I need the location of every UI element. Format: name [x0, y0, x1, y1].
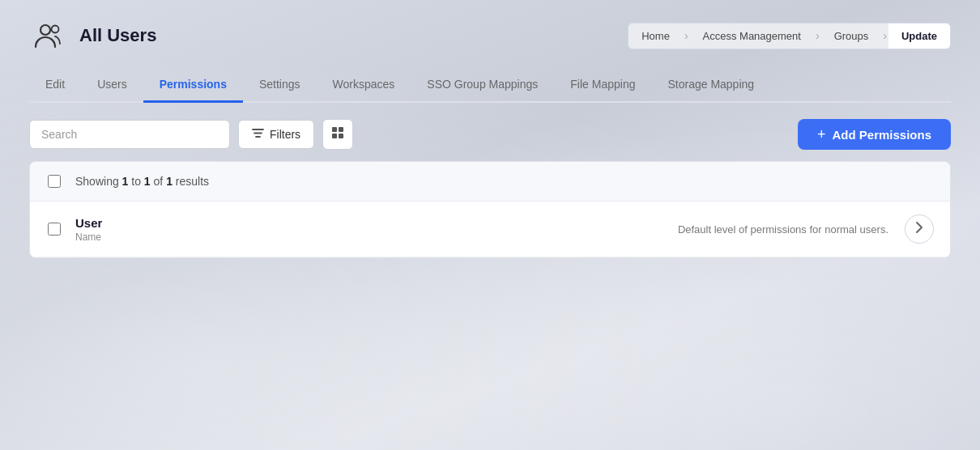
- svg-rect-8: [339, 134, 343, 138]
- row-name: User: [75, 216, 347, 230]
- svg-point-1: [52, 26, 59, 33]
- grid-icon: [331, 126, 344, 142]
- add-permissions-button[interactable]: + Add Permissions: [798, 119, 951, 150]
- grid-view-button[interactable]: [322, 119, 353, 150]
- filters-button[interactable]: Filters: [238, 120, 314, 149]
- tab-settings[interactable]: Settings: [243, 68, 317, 103]
- row-checkbox[interactable]: [48, 223, 61, 236]
- breadcrumb-sep-2: ›: [814, 29, 821, 42]
- add-permissions-label: Add Permissions: [832, 128, 931, 142]
- search-input-wrap: [29, 120, 230, 149]
- svg-rect-6: [339, 127, 343, 132]
- svg-rect-5: [332, 127, 337, 132]
- tabs-bar: Edit Users Permissions Settings Workspac…: [29, 68, 951, 103]
- svg-rect-7: [332, 134, 337, 138]
- breadcrumb-home[interactable]: Home: [628, 23, 683, 49]
- permissions-table: Showing 1 to 1 of 1 results User Name De…: [29, 161, 951, 258]
- chevron-right-icon: [915, 221, 923, 237]
- toolbar: Filters + Add Permissions: [29, 119, 951, 150]
- breadcrumb: Home › Access Management › Groups › Upda…: [628, 23, 951, 49]
- tab-sso-group-mappings[interactable]: SSO Group Mappings: [411, 68, 554, 103]
- row-checkbox-wrap[interactable]: [46, 221, 62, 237]
- breadcrumb-groups[interactable]: Groups: [821, 23, 882, 49]
- tab-users[interactable]: Users: [81, 68, 143, 103]
- breadcrumb-sep-3: ›: [881, 29, 888, 42]
- filters-label: Filters: [270, 128, 300, 141]
- tab-file-mapping[interactable]: File Mapping: [554, 68, 651, 103]
- table-row[interactable]: User Name Default level of permissions f…: [30, 202, 950, 257]
- breadcrumb-access-management[interactable]: Access Management: [690, 23, 814, 49]
- row-label: Name: [75, 231, 347, 243]
- breadcrumb-update[interactable]: Update: [888, 23, 950, 49]
- tab-edit[interactable]: Edit: [29, 68, 81, 103]
- users-icon: [29, 16, 68, 55]
- toolbar-left: Filters: [29, 119, 353, 150]
- svg-point-0: [40, 25, 50, 35]
- breadcrumb-sep-1: ›: [683, 29, 690, 42]
- page-title: All Users: [79, 25, 156, 46]
- search-input[interactable]: [29, 120, 230, 149]
- row-content: User Name: [75, 216, 347, 243]
- filter-icon: [252, 128, 264, 141]
- showing-results-text: Showing 1 to 1 of 1 results: [75, 175, 209, 188]
- row-description: Default level of permissions for normal …: [347, 223, 905, 236]
- select-all-checkbox-wrap[interactable]: [46, 173, 62, 189]
- select-all-checkbox[interactable]: [48, 175, 61, 188]
- table-header-row: Showing 1 to 1 of 1 results: [30, 162, 950, 202]
- row-navigate-button[interactable]: [905, 214, 934, 244]
- page-header: All Users Home › Access Management › Gro…: [29, 16, 951, 55]
- plus-icon: +: [817, 127, 826, 142]
- tab-storage-mapping[interactable]: Storage Mapping: [651, 68, 770, 103]
- header-left: All Users: [29, 16, 156, 55]
- tab-workspaces[interactable]: Workspaces: [317, 68, 411, 103]
- tab-permissions[interactable]: Permissions: [143, 68, 243, 103]
